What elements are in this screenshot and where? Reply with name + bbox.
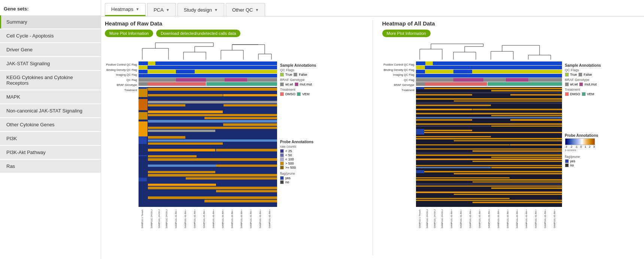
sidebar-item-other-cytokine[interactable]: Other Cytokine Genes xyxy=(0,118,101,131)
svg-rect-179 xyxy=(416,126,491,127)
tab-heatmaps[interactable]: Heatmaps ▼ xyxy=(105,3,146,16)
svg-rect-99 xyxy=(139,155,147,156)
sidebar-item-noncanonical[interactable]: Non-canonical JAK-STAT Signaling xyxy=(0,104,101,117)
btn-plot-info-all[interactable]: More Plot Information xyxy=(382,30,431,37)
svg-rect-194 xyxy=(416,146,562,148)
svg-rect-45 xyxy=(148,94,223,96)
svg-rect-189 xyxy=(416,140,453,141)
raw-lt25-swatch xyxy=(280,149,284,153)
svg-text:SAMPLEL-01-BH-411: SAMPLEL-01-BH-411 xyxy=(535,210,537,228)
svg-rect-35 xyxy=(139,82,206,86)
btn-download-raw[interactable]: Download detected/undetected calls data xyxy=(156,30,240,37)
svg-text:SAMPLEL-01-BH-432: SAMPLEL-01-BH-432 xyxy=(268,210,271,228)
svg-text:SAMPLEL-01-BH-413: SAMPLEL-01-BH-413 xyxy=(231,210,233,228)
svg-rect-137 xyxy=(425,61,433,65)
btn-plot-info-raw[interactable]: More Plot Information xyxy=(105,30,153,37)
svg-rect-223 xyxy=(416,190,562,191)
svg-rect-78 xyxy=(148,165,223,167)
svg-text:SAMPLEL-01-BH-412: SAMPLEL-01-BH-412 xyxy=(450,210,453,228)
dmso-swatch xyxy=(280,92,284,96)
heatmap-raw-vis: Positive Control QC Flag Binding Density… xyxy=(105,41,277,229)
heatmap-all-grid xyxy=(416,61,562,209)
svg-rect-90 xyxy=(148,190,215,192)
svg-rect-46 xyxy=(223,94,277,96)
svg-rect-87 xyxy=(148,184,223,186)
svg-rect-66 xyxy=(186,136,277,139)
sidebar-item-jak-stat[interactable]: JAK-STAT Signaling xyxy=(0,57,101,70)
row-labels-raw: Positive Control QC Flag Binding Density… xyxy=(105,61,139,209)
svg-rect-146 xyxy=(453,78,483,82)
svg-rect-203 xyxy=(416,161,472,162)
qc-true-swatch-all xyxy=(565,73,569,76)
svg-rect-230 xyxy=(416,200,562,201)
svg-rect-86 xyxy=(148,180,277,183)
svg-rect-24 xyxy=(156,61,163,65)
braf-mutmut-swatch-all xyxy=(579,82,583,86)
svg-rect-231 xyxy=(416,202,472,203)
svg-rect-53 xyxy=(148,111,223,113)
svg-rect-236 xyxy=(416,170,424,173)
svg-rect-167 xyxy=(416,109,472,110)
svg-rect-195 xyxy=(416,148,562,150)
svg-rect-213 xyxy=(416,175,562,177)
svg-rect-201 xyxy=(491,157,562,158)
svg-rect-43 xyxy=(148,88,277,91)
svg-text:SAMPLEL-01-BH-442: SAMPLEL-01-BH-442 xyxy=(553,210,556,228)
sidebar-item-mapk[interactable]: MAPK xyxy=(0,90,101,103)
dendrogram-raw xyxy=(139,41,277,61)
heatmap-divider xyxy=(373,20,373,255)
svg-rect-164 xyxy=(416,105,491,106)
svg-rect-150 xyxy=(416,82,425,86)
tab-pca[interactable]: PCA ▼ xyxy=(147,3,176,16)
col-labels-raw: SAMPLE-1 Threshold SAMPLEL-24-00-JM-42 S… xyxy=(139,210,277,229)
svg-rect-33 xyxy=(176,78,206,82)
svg-rect-73 xyxy=(148,152,277,154)
sidebar-item-cell-cycle[interactable]: Cell Cycle - Apoptosis xyxy=(0,29,101,42)
svg-rect-34 xyxy=(225,78,247,82)
dendrogram-all xyxy=(416,41,562,61)
sidebar-item-kegg[interactable]: KEGG Cytokines and Cytokine Receptors xyxy=(0,71,101,90)
tab-pca-arrow: ▼ xyxy=(166,8,170,12)
flagprune-no-swatch xyxy=(280,180,284,184)
heatmap-raw-svg xyxy=(139,61,277,208)
svg-text:SAMPLEL-24-00-JM-00: SAMPLEL-24-00-JM-00 xyxy=(434,210,436,228)
svg-rect-56 xyxy=(148,117,204,119)
svg-rect-160 xyxy=(416,98,562,100)
sidebar-item-pi3k[interactable]: PI3K xyxy=(0,132,101,145)
flagprune-yes-swatch-all xyxy=(565,159,569,163)
heatmap-raw-title: Heatmap of Raw Data xyxy=(105,20,363,27)
sample-annotations-legend-all: Sample Annotations QC Flags True False B… xyxy=(565,63,614,96)
svg-rect-171 xyxy=(416,115,491,116)
col-labels-all: SAMPLE-1 Threshold SAMPLEL-24-00-JM-02 S… xyxy=(416,210,562,229)
sidebar-item-pi3k-akt[interactable]: PI3K-Akt Pathway xyxy=(0,146,101,159)
svg-rect-202 xyxy=(416,159,562,160)
svg-rect-147 xyxy=(506,78,528,82)
svg-rect-218 xyxy=(473,181,562,183)
sidebar-item-driver-gene[interactable]: Driver Gene xyxy=(0,43,101,56)
dmso-swatch-all xyxy=(565,92,569,96)
svg-rect-23 xyxy=(148,61,155,65)
svg-rect-190 xyxy=(454,140,562,141)
heatmap-all-buttons: More Plot Information xyxy=(382,30,641,37)
svg-rect-60 xyxy=(223,123,277,126)
svg-rect-149 xyxy=(487,82,562,86)
sidebar-item-summary[interactable]: Summary xyxy=(0,15,101,28)
tab-other-qc[interactable]: Other QC ▼ xyxy=(226,3,265,16)
raw-gte500-swatch xyxy=(280,166,284,169)
svg-rect-40 xyxy=(139,99,148,110)
svg-rect-42 xyxy=(139,121,148,136)
legend-raw: Sample Annotations QC Flags True False B… xyxy=(280,41,329,229)
svg-rect-152 xyxy=(416,88,562,89)
heatmap-all-panel: Heatmap of All Data More Plot Informatio… xyxy=(382,20,641,255)
svg-rect-63 xyxy=(216,130,277,132)
svg-rect-76 xyxy=(148,158,277,161)
svg-rect-225 xyxy=(416,194,453,195)
heatmap-all-svg xyxy=(416,61,562,208)
svg-rect-158 xyxy=(510,94,562,96)
svg-rect-54 xyxy=(223,111,277,113)
tab-study-design[interactable]: Study design ▼ xyxy=(177,3,224,16)
svg-rect-94 xyxy=(148,200,204,202)
svg-rect-61 xyxy=(148,127,277,129)
svg-rect-84 xyxy=(148,177,185,180)
sidebar-item-ras[interactable]: Ras xyxy=(0,160,101,173)
